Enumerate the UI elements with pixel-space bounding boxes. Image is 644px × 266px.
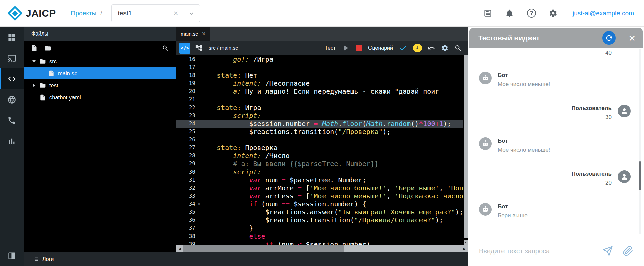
code-text: else xyxy=(201,232,463,240)
logo[interactable]: JAICP xyxy=(7,6,56,21)
editor-horizontal-scrollbar[interactable]: ◀ ▶ xyxy=(176,245,468,252)
code-line[interactable]: 19 intent: /Несогласие xyxy=(176,79,463,87)
news-icon[interactable] xyxy=(483,9,492,18)
code-line[interactable]: 25 $reactions.transition("/Проверка"); xyxy=(176,128,463,136)
code-text: state: Игра xyxy=(201,104,463,112)
sidebar-item-analytics[interactable] xyxy=(0,131,24,151)
refresh-button[interactable] xyxy=(602,31,616,45)
code-line[interactable]: 26 xyxy=(176,136,463,144)
chat-area: 40БотМое число меньше!Пользователь30БотМ… xyxy=(468,48,644,236)
tree-item-main.sc[interactable]: main.sc xyxy=(24,67,176,79)
code-line[interactable]: 17 xyxy=(176,63,463,71)
editor-vertical-scrollbar[interactable]: ▼ xyxy=(463,55,468,245)
test-widget: Тестовый виджет × 40БотМое число меньше!… xyxy=(468,27,644,266)
scrollbar-thumb[interactable] xyxy=(183,245,344,252)
fold-icon[interactable]: ▼ xyxy=(198,200,200,208)
close-icon[interactable]: × xyxy=(629,32,635,44)
settings-icon[interactable] xyxy=(441,44,449,52)
code-text: state: Проверка xyxy=(201,144,463,152)
sidebar-item-channels[interactable] xyxy=(0,48,24,68)
code-line[interactable]: 29 # a: Вы ввели {{$parseTree._Number}} xyxy=(176,160,463,168)
scrollbar-thumb[interactable] xyxy=(639,161,641,190)
code-line[interactable]: 30 script: xyxy=(176,168,463,176)
robot-icon xyxy=(481,140,489,148)
clear-project-icon[interactable]: × xyxy=(168,9,183,17)
project-selector-value: test1 xyxy=(112,10,168,17)
code-line[interactable]: 28 intent: /Число xyxy=(176,152,463,160)
tree-item-test[interactable]: test xyxy=(24,79,176,91)
message-input[interactable] xyxy=(479,247,593,255)
code-line[interactable]: 35 $reactions.answer("Ты выиграл! Хочешь… xyxy=(176,208,463,216)
code-line[interactable]: 37 } xyxy=(176,224,463,232)
sidebar-item-dashboard[interactable] xyxy=(0,27,24,48)
code-line[interactable]: 33 var arrLess = ['Мое число меньше!', '… xyxy=(176,192,463,200)
deploy-icon[interactable] xyxy=(413,44,422,52)
files-toolbar xyxy=(24,41,176,55)
projects-link[interactable]: Проекты xyxy=(71,10,96,17)
scroll-down-icon[interactable]: ▼ xyxy=(464,240,468,245)
message-author: Бот xyxy=(498,137,550,145)
message-author: Пользователь xyxy=(571,170,612,178)
code-line[interactable]: 16 go!: /Игра xyxy=(176,55,463,63)
stop-icon[interactable] xyxy=(356,45,362,51)
code-text xyxy=(201,63,463,71)
line-number: 38 xyxy=(176,232,201,240)
project-selector[interactable]: test1 × xyxy=(111,4,200,22)
gear-icon[interactable] xyxy=(549,9,558,18)
visual-editor-icon[interactable] xyxy=(195,44,203,52)
logs-bar[interactable]: Логи xyxy=(24,252,468,266)
scroll-left-icon[interactable]: ◀ xyxy=(176,245,183,252)
scroll-right-icon[interactable]: ▶ xyxy=(461,245,468,252)
robot-icon xyxy=(481,205,489,213)
line-number: 19 xyxy=(176,79,201,87)
new-folder-icon[interactable] xyxy=(44,45,51,52)
chevron-down-icon[interactable] xyxy=(183,5,200,22)
tree-item-label: chatbot.yaml xyxy=(49,94,81,101)
attach-icon[interactable] xyxy=(623,246,633,256)
channels-icon xyxy=(7,54,16,63)
code-area[interactable]: 16 go!: /Игра1718 state: Нет19 intent: /… xyxy=(176,55,468,252)
chevron-glyph xyxy=(189,11,194,16)
tree-item-src[interactable]: src xyxy=(24,55,176,67)
code-line[interactable]: 34▼ if (num == $session.number) { xyxy=(176,200,463,208)
bell-icon[interactable] xyxy=(505,9,514,18)
code-line[interactable]: 31 var num = $parseTree._Number; xyxy=(176,176,463,184)
help-icon[interactable]: ? xyxy=(527,9,536,18)
line-number: 20 xyxy=(176,87,201,95)
send-icon[interactable] xyxy=(602,246,613,256)
search-icon[interactable] xyxy=(454,44,462,52)
code-line[interactable]: 32 var arrMore = ['Мое число больше!', '… xyxy=(176,184,463,192)
sidebar-item-telephony[interactable] xyxy=(0,110,24,131)
tab-main-sc[interactable]: main.sc × xyxy=(176,27,210,41)
code-view-button[interactable]: </> xyxy=(179,43,190,54)
sidebar-item-editor[interactable] xyxy=(0,68,24,89)
code-text xyxy=(201,95,463,104)
phone-icon xyxy=(7,116,16,125)
new-file-icon[interactable] xyxy=(31,45,38,52)
scrollbar-track[interactable] xyxy=(183,245,461,252)
collapse-panel-button[interactable] xyxy=(0,245,24,266)
code-line[interactable]: 21 xyxy=(176,95,463,104)
code-line[interactable]: 24 $session.number = Math.floor(Math.ran… xyxy=(176,120,463,128)
message-content: 40 xyxy=(605,49,612,62)
search-icon[interactable] xyxy=(162,45,169,52)
tab-label: main.sc xyxy=(181,31,198,37)
main-sidebar xyxy=(0,27,24,266)
code-line[interactable]: 27 state: Проверка xyxy=(176,144,463,152)
sidebar-item-nlu[interactable] xyxy=(0,89,24,110)
code-line[interactable]: 23 script: xyxy=(176,112,463,120)
tab-close-icon[interactable]: × xyxy=(202,31,206,37)
chat-scrollbar[interactable] xyxy=(639,49,641,234)
message-text: Мое число меньше! xyxy=(498,146,550,154)
user-email[interactable]: just-ai@example.com xyxy=(573,10,634,17)
tree-item-chatbot.yaml[interactable]: chatbot.yaml xyxy=(24,91,176,104)
code-line[interactable]: 22 state: Игра xyxy=(176,104,463,112)
code-line[interactable]: 36 $reactions.transition("/Правила/Согла… xyxy=(176,216,463,224)
chat-message-user: Пользователь30 xyxy=(479,105,631,121)
code-line[interactable]: 38 else xyxy=(176,232,463,240)
scrollbar-thumb[interactable] xyxy=(464,55,468,238)
code-line[interactable]: 20 a: Ну и ладно! Если передумаешь - ска… xyxy=(176,87,463,95)
code-line[interactable]: 18 state: Нет xyxy=(176,71,463,79)
undo-icon[interactable] xyxy=(428,44,435,52)
play-icon[interactable] xyxy=(341,44,350,52)
